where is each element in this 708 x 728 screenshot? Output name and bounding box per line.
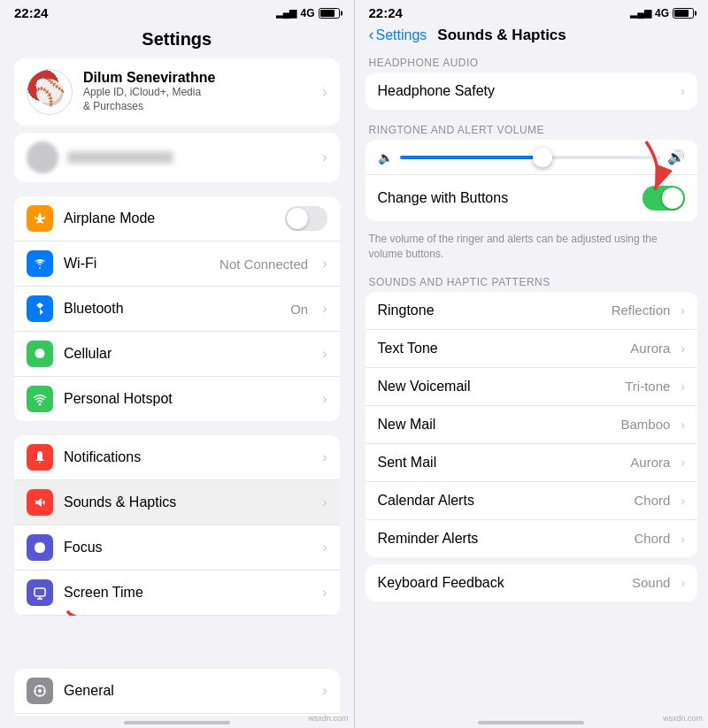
screentime-icon: [27, 579, 53, 606]
wifi-item[interactable]: Wi-Fi Not Connected ›: [14, 241, 340, 287]
volume-slider-row[interactable]: 🔈 🔊: [366, 140, 698, 175]
volume-low-icon: 🔈: [378, 150, 393, 165]
svg-point-6: [38, 689, 42, 693]
watermark-left: wsxdn.com: [308, 714, 348, 723]
change-with-buttons-item[interactable]: Change with Buttons: [366, 175, 698, 221]
patterns-section-label: SOUNDS AND HAPTIC PATTERNS: [355, 269, 709, 292]
new-mail-chevron: ›: [681, 418, 685, 432]
change-buttons-hint: The volume of the ringer and alerts can …: [355, 228, 709, 269]
sounds-haptics-item[interactable]: Sounds & Haptics ›: [14, 480, 340, 525]
notifications-label: Notifications: [64, 449, 312, 465]
text-tone-label: Text Tone: [378, 341, 624, 356]
change-with-buttons-toggle[interactable]: [643, 186, 685, 211]
reminder-alerts-chevron: ›: [681, 532, 685, 546]
keyboard-feedback-item[interactable]: Keyboard Feedback Sound ›: [366, 564, 698, 602]
second-account-chevron: ›: [322, 149, 327, 165]
bluetooth-label: Bluetooth: [64, 301, 280, 317]
back-chevron-icon: ‹: [369, 26, 374, 44]
airplane-label: Airplane Mode: [64, 211, 274, 226]
airplane-icon: [27, 205, 53, 232]
page-title-left: Settings: [0, 24, 354, 58]
volume-slider-thumb[interactable]: [533, 148, 552, 167]
back-label: Settings: [376, 27, 427, 43]
scroll-content-left: ⚾ Dilum Senevirathne Apple ID, iCloud+, …: [0, 58, 354, 716]
bluetooth-item[interactable]: Bluetooth On ›: [14, 287, 340, 332]
sounds-chevron: ›: [322, 494, 327, 510]
home-indicator-left: [124, 721, 230, 724]
general-item[interactable]: General ›: [14, 669, 340, 714]
sounds-label: Sounds & Haptics: [64, 494, 312, 510]
bluetooth-chevron: ›: [322, 301, 327, 317]
new-mail-item[interactable]: New Mail Bamboo ›: [366, 406, 698, 444]
cellular-chevron: ›: [322, 346, 327, 362]
focus-icon: [27, 534, 53, 561]
sent-mail-value: Aurora: [630, 455, 670, 470]
volume-group: 🔈 🔊 Change with Buttons: [366, 140, 698, 221]
reminder-alerts-item[interactable]: Reminder Alerts Chord ›: [366, 520, 698, 557]
status-bar-left: 22:24 ▂▄▆ 4G: [0, 0, 354, 24]
profile-card[interactable]: ⚾ Dilum Senevirathne Apple ID, iCloud+, …: [14, 58, 340, 126]
airplane-toggle[interactable]: [285, 206, 327, 231]
blurred-account-name: [67, 151, 173, 164]
volume-high-icon: 🔊: [667, 149, 685, 165]
general-group: General › Control Center › AA Display & …: [14, 669, 340, 716]
keyboard-feedback-label: Keyboard Feedback: [378, 575, 625, 591]
second-account-card[interactable]: ›: [14, 133, 340, 182]
general-chevron: ›: [322, 683, 327, 699]
signal-icon-right: ▂▄▆: [630, 7, 651, 19]
status-time-left: 22:24: [14, 5, 48, 20]
ringtone-label: Ringtone: [378, 303, 604, 318]
notifications-icon: [27, 444, 53, 471]
new-voicemail-value: Tri-tone: [625, 379, 670, 394]
general-label: General: [64, 683, 312, 699]
battery-icon-right: [673, 8, 694, 19]
screentime-item[interactable]: Screen Time ›: [14, 571, 340, 616]
notifications-item[interactable]: Notifications ›: [14, 435, 340, 480]
text-tone-value: Aurora: [630, 341, 670, 356]
new-mail-value: Bamboo: [620, 417, 670, 432]
volume-slider-track[interactable]: [400, 156, 661, 159]
keyboard-feedback-value: Sound: [632, 575, 670, 590]
new-voicemail-item[interactable]: New Voicemail Tri-tone ›: [366, 368, 698, 406]
avatar: ⚾: [27, 69, 73, 115]
volume-slider-fill: [400, 156, 543, 159]
profile-name: Dilum Senevirathne: [83, 70, 215, 86]
focus-item[interactable]: Focus ›: [14, 525, 340, 571]
reminder-alerts-label: Reminder Alerts: [378, 531, 627, 547]
ringtone-chevron: ›: [681, 303, 685, 318]
wifi-label: Wi-Fi: [64, 256, 209, 272]
hotspot-item[interactable]: Personal Hotspot ›: [14, 377, 340, 421]
calendar-alerts-item[interactable]: Calendar Alerts Chord ›: [366, 482, 698, 520]
nav-bar: ‹ Settings Sounds & Haptics: [355, 24, 709, 50]
sent-mail-item[interactable]: Sent Mail Aurora ›: [366, 444, 698, 482]
focus-chevron: ›: [322, 540, 327, 556]
battery-icon-left: [319, 8, 340, 19]
status-bar-right: 22:24 ▂▄▆ 4G: [355, 0, 709, 24]
calendar-alerts-label: Calendar Alerts: [378, 493, 627, 509]
keyboard-group: Keyboard Feedback Sound ›: [366, 564, 698, 602]
patterns-group: Ringtone Reflection › Text Tone Aurora ›…: [366, 292, 698, 557]
airplane-mode-item[interactable]: Airplane Mode: [14, 196, 340, 241]
notifications-group: Notifications › Sounds & Haptics › Focus…: [14, 435, 340, 616]
connectivity-group: Airplane Mode Wi-Fi Not Connected › Blue…: [14, 196, 340, 421]
hotspot-icon: [27, 386, 53, 412]
text-tone-item[interactable]: Text Tone Aurora ›: [366, 330, 698, 368]
new-voicemail-chevron: ›: [681, 379, 685, 394]
screentime-chevron: ›: [322, 585, 327, 601]
ringtone-item[interactable]: Ringtone Reflection ›: [366, 292, 698, 330]
status-icons-right: ▂▄▆ 4G: [630, 7, 694, 19]
svg-rect-1: [35, 588, 45, 596]
bluetooth-icon: [27, 295, 53, 322]
cellular-item[interactable]: Cellular ›: [14, 332, 340, 377]
headphone-safety-item[interactable]: Headphone Safety ›: [366, 73, 698, 110]
headphone-safety-label: Headphone Safety: [378, 83, 674, 99]
back-button[interactable]: ‹ Settings: [369, 26, 427, 44]
control-center-item[interactable]: Control Center ›: [14, 714, 340, 716]
wifi-icon: [27, 250, 53, 277]
notifications-chevron: ›: [322, 449, 327, 465]
hotspot-chevron: ›: [322, 391, 327, 407]
left-phone: 22:24 ▂▄▆ 4G Settings ⚾ Dilum Senevirath…: [0, 0, 354, 728]
headphone-section-label: HEADPHONE AUDIO: [355, 50, 709, 73]
calendar-alerts-value: Chord: [634, 493, 670, 508]
sent-mail-chevron: ›: [681, 456, 685, 470]
